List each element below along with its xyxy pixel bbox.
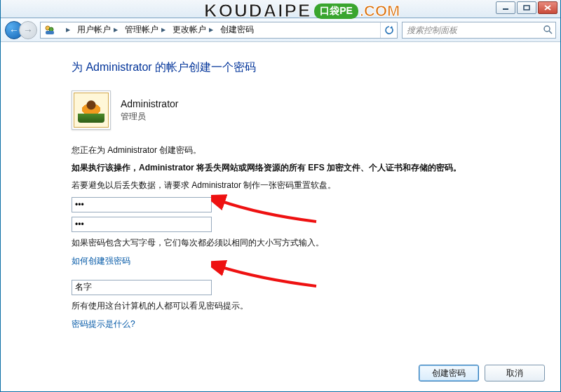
account-role: 管理员 [121,111,178,123]
breadcrumb[interactable]: 管理帐户▶ [121,22,168,39]
search-box[interactable] [402,22,556,39]
breadcrumb-label: 更改帐户 [173,24,206,36]
arrow-right-icon: → [23,25,33,36]
info-line: 若要避免以后丢失数据，请要求 Administrator 制作一张密码重置软盘。 [72,179,518,192]
search-input[interactable] [403,22,555,38]
nav-bar: ← → ▶ 用户帐户▶ 管理帐户▶ 更改帐户▶ 创建密码 [1,18,560,42]
close-button[interactable] [538,1,557,14]
page-title: 为 Administrator 的帐户创建一个密码 [72,60,518,75]
maximize-button[interactable] [517,1,536,14]
forward-button[interactable]: → [19,21,37,39]
window-frame: KOUDAIPE 口袋PE .COM ← → ▶ 用户帐户▶ 管理帐户▶ 更改帐… [0,0,561,392]
svg-line-8 [549,31,552,34]
hint-note: 所有使用这台计算机的人都可以看见密码提示。 [72,299,518,313]
breadcrumb-label: 用户帐户 [77,24,111,36]
confirm-password-input[interactable] [72,217,212,232]
warning-line: 如果执行该操作，Administrator 将丢失网站或网络资源的所有 EFS … [72,161,518,175]
avatar [72,90,111,130]
arrow-left-icon: ← [9,25,19,36]
refresh-button[interactable] [380,22,397,38]
breadcrumb[interactable]: 用户帐户▶ [73,22,121,39]
info-line: 您正在为 Administrator 创建密码。 [72,144,518,157]
breadcrumb-label: 管理帐户 [125,24,158,36]
address-bar[interactable]: ▶ 用户帐户▶ 管理帐户▶ 更改帐户▶ 创建密码 [40,22,398,39]
page-body: 为 Administrator 的帐户创建一个密码 Administrator … [1,42,560,358]
svg-point-7 [544,26,550,32]
refresh-icon [384,25,394,35]
button-label: 创建密码 [432,367,466,379]
strong-password-link[interactable]: 如何创建强密码 [72,255,130,267]
create-password-button[interactable]: 创建密码 [419,365,479,381]
nav-back-forward: ← → [5,21,36,39]
cancel-button[interactable]: 取消 [485,365,545,381]
search-icon [543,25,553,36]
title-bar [1,0,560,18]
hint-help-link[interactable]: 密码提示是什么? [72,318,135,330]
svg-rect-1 [524,6,529,10]
password-hint-input[interactable] [72,280,212,295]
avatar-flower-icon [74,93,109,128]
caps-note: 如果密码包含大写字母，它们每次都必须以相同的大小写方式输入。 [72,236,518,250]
button-label: 取消 [506,367,523,379]
account-name: Administrator [121,98,178,109]
account-header: Administrator 管理员 [72,90,518,130]
maximize-icon [523,5,530,11]
breadcrumb[interactable]: ▶ [59,22,73,39]
user-accounts-icon [42,22,58,38]
breadcrumb[interactable]: 更改帐户▶ [168,22,216,39]
breadcrumb[interactable]: 创建密码 [216,22,257,39]
new-password-input[interactable] [72,197,212,212]
close-icon [544,5,551,11]
breadcrumb-label: 创建密码 [220,24,254,36]
minimize-icon [502,5,509,11]
svg-rect-6 [46,31,54,34]
footer-buttons: 创建密码 取消 [419,365,545,381]
minimize-button[interactable] [496,1,515,14]
